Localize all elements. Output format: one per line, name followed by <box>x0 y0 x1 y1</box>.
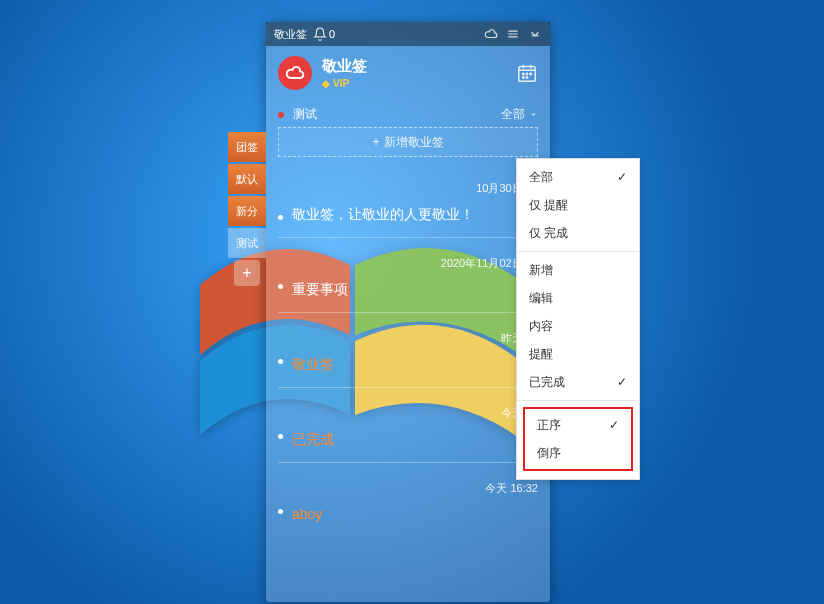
dropdown-item-remind-only[interactable]: 仅 提醒 <box>517 191 639 219</box>
note-item[interactable]: 今天 16:32 aboy <box>278 463 538 537</box>
note-text: 已完成 <box>292 429 538 450</box>
note-text: 重要事项 <box>292 279 538 300</box>
svg-point-4 <box>523 77 524 78</box>
diamond-icon: ◆ <box>322 78 330 89</box>
chevron-down-icon <box>529 110 538 119</box>
bullet-icon <box>278 434 283 439</box>
note-item[interactable]: 2020年11月02日 16 重要事项 <box>278 238 538 313</box>
plus-icon: + <box>372 135 379 149</box>
note-date: 2020年11月02日 16 <box>292 256 538 271</box>
note-text: aboy <box>292 504 538 525</box>
dropdown-item-created[interactable]: 新增 <box>517 256 639 284</box>
svg-point-5 <box>526 77 527 78</box>
note-text: 敬业签，让敬业的人更敬业！ <box>292 204 538 225</box>
note-date: 今天 16:32 <box>292 481 538 496</box>
calendar-icon[interactable] <box>516 62 538 84</box>
menu-lines-icon[interactable] <box>506 27 520 41</box>
notification-badge[interactable]: 0 <box>313 27 335 41</box>
dropdown-item-asc[interactable]: 正序 ✓ <box>525 411 631 439</box>
app-window: 敬业签 0 敬业签 ◆ VIP 团签 默认 新分 测试 <box>266 22 550 602</box>
dropdown-item-remind[interactable]: 提醒 <box>517 340 639 368</box>
side-tab-team[interactable]: 团签 <box>228 132 266 162</box>
side-tab-test[interactable]: 测试 <box>228 228 266 258</box>
dropdown-group-sortfield: 新增 编辑 内容 提醒 已完成 ✓ <box>517 252 639 401</box>
filter-dropdown-menu: 全部 ✓ 仅 提醒 仅 完成 新增 编辑 内容 提醒 已完成 ✓ 正序 <box>516 158 640 480</box>
dropdown-item-done[interactable]: 已完成 ✓ <box>517 368 639 396</box>
dropdown-group-order: 正序 ✓ 倒序 <box>517 401 639 479</box>
bullet-icon <box>278 284 283 289</box>
note-item[interactable]: 今天 16 已完成 <box>278 388 538 463</box>
check-icon: ✓ <box>617 375 627 389</box>
filter-dropdown-trigger[interactable]: 全部 <box>501 106 538 123</box>
category-dot <box>278 112 284 118</box>
dropdown-item-desc[interactable]: 倒序 <box>525 439 631 467</box>
note-text: 敬业签 <box>292 354 538 375</box>
side-tab-default[interactable]: 默认 <box>228 164 266 194</box>
title-bar-app-name: 敬业签 <box>274 27 307 42</box>
app-header: 敬业签 ◆ VIP <box>266 46 550 100</box>
svg-point-1 <box>523 73 524 74</box>
svg-point-3 <box>530 73 531 74</box>
dropdown-item-content[interactable]: 内容 <box>517 312 639 340</box>
note-list: 10月30日 11 敬业签，让敬业的人更敬业！ 2020年11月02日 16 重… <box>266 163 550 537</box>
note-date: 10月30日 11 <box>292 181 538 196</box>
note-item[interactable]: 昨天 15 敬业签 <box>278 313 538 388</box>
bell-icon <box>313 27 327 41</box>
note-date: 昨天 15 <box>292 331 538 346</box>
dropdown-item-all[interactable]: 全部 ✓ <box>517 163 639 191</box>
category-name: 测试 <box>293 107 317 121</box>
vip-badge: ◆ VIP <box>322 78 367 89</box>
chevron-down-icon[interactable] <box>528 27 542 41</box>
highlight-box: 正序 ✓ 倒序 <box>523 407 633 471</box>
check-icon: ✓ <box>609 418 619 432</box>
dropdown-item-edited[interactable]: 编辑 <box>517 284 639 312</box>
check-icon: ✓ <box>617 170 627 184</box>
bullet-icon <box>278 359 283 364</box>
cloud-sync-icon[interactable] <box>484 27 498 41</box>
category-bar: 测试 全部 <box>266 100 550 127</box>
side-tab-new[interactable]: 新分 <box>228 196 266 226</box>
svg-point-2 <box>526 73 527 74</box>
note-item[interactable]: 10月30日 11 敬业签，让敬业的人更敬业！ <box>278 163 538 238</box>
side-tab-add[interactable]: + <box>234 260 260 286</box>
title-bar: 敬业签 0 <box>266 22 550 46</box>
bullet-icon <box>278 509 283 514</box>
app-logo <box>278 56 312 90</box>
dropdown-item-done-only[interactable]: 仅 完成 <box>517 219 639 247</box>
note-date: 今天 16 <box>292 406 538 421</box>
add-note-button[interactable]: + 新增敬业签 <box>278 127 538 157</box>
header-title: 敬业签 <box>322 57 367 76</box>
bullet-icon <box>278 215 283 220</box>
dropdown-group-filter: 全部 ✓ 仅 提醒 仅 完成 <box>517 159 639 252</box>
side-tabs: 团签 默认 新分 测试 + <box>228 132 266 288</box>
